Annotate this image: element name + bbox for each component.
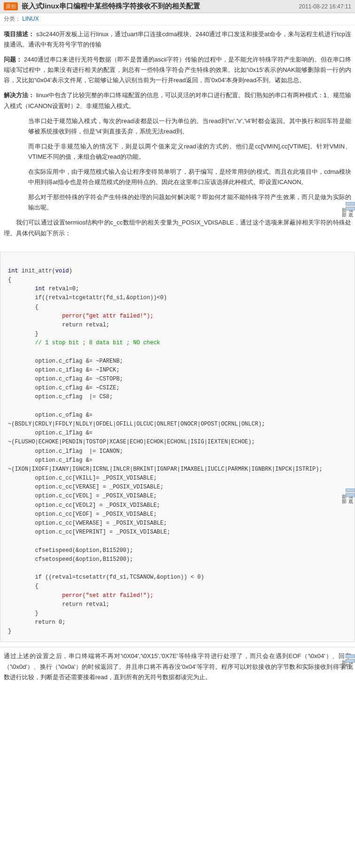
code-line-22: option.c_iflag &= [8,456,347,465]
code-line-10 [8,348,347,356]
code-line-6: perror("get attr failed!"); [8,312,347,321]
code-line-8: } [8,330,347,339]
code-line-3: int retval=0; [8,285,347,294]
solution-text2-para: 当串口处于规范输入模式，每次的read读都是以一行为单位的。当read到'\n'… [4,116,351,137]
main-content: 项目描述： s3c2440开发板上运行linux，通过uart串口连接cdma模… [0,25,355,247]
code-line-39: } [8,609,347,618]
code-line-0 [8,258,347,267]
code-line-41: } [8,627,347,636]
solution-text6-para: 我们可以通过设置termios结构中的c_cc数组中的相关变量为_POSIX_V… [4,217,351,238]
solution-para: 解决方法： linux中包含了比较完整的串口终端配置的信息，可以灵活的对串口进行… [4,90,351,111]
footer-content: 通过上述的设置之后，串口终端将不再对'\0X04','\0X15','0X7E'… [0,647,355,690]
code-block: int init_attr(void) { int retval=0; if((… [0,252,355,643]
code-line-20: ~(FLUSHO|ECHOKE|PENDIN|TOSTOP|XCASE|ECHO… [8,438,347,447]
code-line-30: option.c_cc[VREPRINT] = _POSIX_VDISABLE; [8,528,347,537]
code-line-11: option.c_cflag &= ~PARENB; [8,357,347,366]
code-line-17: option.c_oflag &= [8,411,347,420]
category-label: 分类： [4,16,21,22]
code-line-31 [8,537,347,546]
solution-text4-para: 在实际应用中，由于规范模式输入会让程序变得简单明了，易于编写，是经常用到的模式。… [4,167,351,187]
code-line-28: option.c_cc[VEOF] = _POSIX_VDISABLE; [8,510,347,519]
solution-label: 解决方法： [4,92,34,99]
solution-text3: 而串口处于非规范输入的情况下，则是以两个值来定义read读的方式的。他们是cc[… [28,143,351,160]
footer-text: 通过上述的设置之后，串口终端将不再对'\0X04','\0X15','0X7E'… [4,652,351,680]
code-line-13: option.c_cflag &= ~CSTOPB; [8,375,347,384]
code-line-33: cfsetospeed(&option,B115200); [8,555,347,564]
code-line-5: { [8,303,347,312]
footer-para: 通过上述的设置之后，串口终端将不再对'\0X04','\0X15','0X7E'… [4,651,351,682]
page-wrapper: 原创 嵌入式linux串口编程中某些特殊字符接收不到的相关配置 2011-08-… [0,0,355,691]
project-desc: 项目描述： s3c2440开发板上运行linux，通过uart串口连接cdma模… [4,29,351,50]
publish-date: 2011-08-22 16:47:11 [299,3,351,10]
problem-text: 2440通过串口来进行无符号数据（即不是普通的ascii字符）传输的过程中，是不… [4,56,351,84]
solution-text1: linux中包含了比较完整的串口终端配置的信息，可以灵活的对串口进行配置。我们熟… [4,92,351,109]
code-line-16 [8,402,347,411]
code-line-34 [8,564,347,573]
scroll-top-btn-3[interactable]: 顶部 [346,654,355,658]
solution-text3-para: 而串口处于非规范输入的情况下，则是以两个值来定义read读的方式的。他们是cc[… [4,141,351,162]
code-line-32: cfsetispeed(&option,B115200); [8,546,347,555]
code-line-15: option.c_cflag |= CS8; [8,393,347,402]
code-line-4: if((retval=tcgetattr(fd_s1,&option))<0) [8,294,347,302]
code-line-24: option.c_cc[VKILL]= _POSIX_VDISABLE; [8,474,347,483]
desc-text: s3c2440开发板上运行linux，通过uart串口连接cdma模块。2440… [4,31,351,48]
solution-text6: 我们可以通过设置termios结构中的c_cc数组中的相关变量为_POSIX_V… [4,219,351,236]
solution-text4: 在实际应用中，由于规范模式输入会让程序变得简单明了，易于编写，是经常用到的模式。… [28,168,351,186]
solution-text5-para: 那么对于那些特殊的字符会产生特殊的处理的问题如何解决呢？即如何才能不能特殊字符产… [4,192,351,213]
original-badge: 原创 [4,2,18,10]
scroll-bottom-btn-3[interactable]: 底部 [346,659,355,663]
right-sidebar-top: 顶部 底部 [346,202,355,210]
right-sidebar-bottom: 顶部 底部 [346,654,355,663]
problem-label: 问题： [4,56,22,63]
scroll-bottom-btn-2[interactable]: 底部 [346,493,355,497]
code-line-18: ~(BSDLY|CRDLY|FFDLY|NLDLY|OFDEL|OFILL|OL… [8,420,347,429]
code-line-40: return 0; [8,618,347,627]
right-sidebar-mid: 顶部 底部 [346,488,355,497]
code-line-26: option.c_cc[VEOL] = _POSIX_VDISABLE; [8,492,347,501]
code-line-37: perror("set attr failed!"); [8,591,347,600]
code-line-27: option.c_cc[VEOL2] = _POSIX_VDISABLE; [8,501,347,510]
code-line-25: option.c_cc[VERASE] = _POSIX_VDISABLE; [8,483,347,492]
code-line-23: ~(IXON|IXOFF|IXANY|IGNCR|ICRNL|INLCR|BRK… [8,465,347,474]
code-line-1: int init_attr(void) [8,267,347,276]
scroll-top-btn-2[interactable]: 顶部 [346,488,355,492]
problem-para: 问题： 2440通过串口来进行无符号数据（即不是普通的ascii字符）传输的过程… [4,54,351,85]
code-line-36: { [8,582,347,591]
category-bar: 分类： LINUX [0,13,355,25]
code-line-19: option.c_lflag &= [8,429,347,438]
code-line-38: return retval; [8,600,347,609]
code-line-21: option.c_lflag |= ICANON; [8,447,347,456]
scroll-bottom-btn-1[interactable]: 底部 [346,207,355,210]
code-line-7: return retval; [8,321,347,330]
page-title: 嵌入式linux串口编程中某些特殊字符接收不到的相关配置 [22,2,295,11]
code-line-14: option.c_cflag &= ~CSIZE; [8,384,347,393]
code-line-29: option.c_cc[VWERASE] = _POSIX_VDISABLE; [8,519,347,528]
code-line-9: // 1 stop bit ; 8 data bit ; NO check [8,339,347,348]
code-line-2: { [8,276,347,285]
solution-text5: 那么对于那些特殊的字符会产生特殊的处理的问题如何解决呢？即如何才能不能特殊字符产… [28,194,351,211]
code-line-12: option.c_iflag &= ~INPCK; [8,366,347,375]
code-line-35: if ((retval=tcsetattr(fd_s1,TCSANOW,&opt… [8,573,347,582]
category-link[interactable]: LINUX [22,16,39,22]
desc-label: 项目描述： [4,31,34,38]
scroll-top-btn-1[interactable]: 顶部 [346,202,355,206]
header: 原创 嵌入式linux串口编程中某些特殊字符接收不到的相关配置 2011-08-… [0,0,355,13]
solution-text2: 当串口处于规范输入模式，每次的read读都是以一行为单位的。当read到'\n'… [28,117,351,135]
